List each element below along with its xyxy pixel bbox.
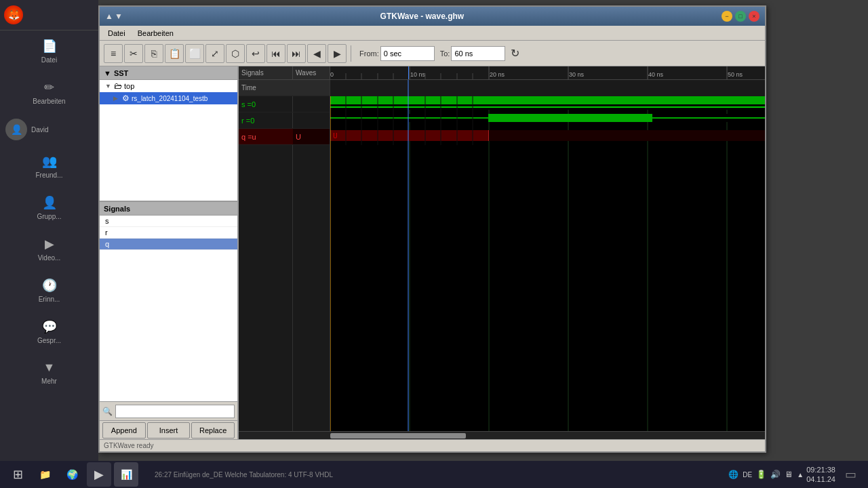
last-button[interactable]: ⏭ <box>287 44 306 63</box>
to-label: To: <box>440 49 450 58</box>
signals-label: Signals <box>104 205 130 213</box>
append-button[interactable]: Append <box>102 422 146 439</box>
zoom-custom-button[interactable]: ⬡ <box>226 44 245 63</box>
next-button[interactable]: ▶ <box>328 44 347 63</box>
gtkwave-toolbar: ≡ ✂ ⎘ 📋 ⬜ ⤢ ⬡ ↩ ⏮ ⏭ ◀ ▶ From: To: ↻ <box>100 41 765 66</box>
toolbar-separator <box>351 45 351 62</box>
sidebar-gespr[interactable]: 💬 Gespr... <box>3 312 96 351</box>
clock-date: 04.11.24 <box>806 474 835 484</box>
tree-item-top[interactable]: ▼ 🗁 top <box>100 80 237 92</box>
wave-overlay-svg <box>330 80 765 431</box>
profile-name: David <box>31 126 49 134</box>
sst-tree[interactable]: ▼ 🗁 top ▶ ⚙ rs_latch_20241104_testb <box>100 80 237 201</box>
clock-time: 09:21:38 <box>806 465 835 474</box>
wave-canvas[interactable]: U <box>330 80 765 431</box>
firefox-sidebar: 🦊 📄 Datei ✏ Bearbeiten 👤 David 👥 Freund.… <box>0 0 98 461</box>
tray-network-icon: 🌐 <box>728 470 738 479</box>
cut-button[interactable]: ✂ <box>124 44 143 63</box>
taskbar-browser-icon[interactable]: 🌍 <box>60 462 84 487</box>
signals-header-label: Signals <box>241 69 264 77</box>
titlebar-nav: ▲ ▼ <box>105 12 123 21</box>
search-icon: 🔍 <box>102 407 113 416</box>
folder-icon: 🗁 <box>114 81 122 91</box>
first-button[interactable]: ⏮ <box>267 44 285 63</box>
zoom-fit-button[interactable]: ⤢ <box>205 44 224 63</box>
sidebar-grupp-label: Grupp... <box>37 213 61 220</box>
hscroll-thumb[interactable] <box>330 433 466 439</box>
bearbeiten-icon: ✏ <box>44 80 54 95</box>
sst-label: SST <box>114 69 128 77</box>
s-value-cell <box>293 96 330 113</box>
tray-audio-icon: 🔊 <box>770 470 781 479</box>
start-menu-button[interactable]: ⊞ <box>5 462 30 487</box>
firefox-header: 🦊 <box>0 0 98 30</box>
sidebar-bearbeiten[interactable]: ✏ Bearbeiten <box>3 73 96 112</box>
signals-search-input[interactable] <box>115 405 235 418</box>
firefox-icon[interactable]: 🦊 <box>4 5 23 24</box>
refresh-button[interactable]: ↻ <box>507 45 523 62</box>
taskbar-status: 26:27 Einfügen de_DE Welche Tabulatoren:… <box>155 471 720 479</box>
select-button[interactable]: ⬜ <box>185 44 204 63</box>
cursor-line-ruler <box>408 66 409 79</box>
sidebar-datei[interactable]: 📄 Datei <box>3 32 96 70</box>
tray-battery-icon: 🔋 <box>756 470 766 479</box>
gtkwave-content: ▼ SST ▼ 🗁 top ▶ ⚙ rs_latch_20241104_test… <box>100 66 765 439</box>
s-name-cell: s =0 <box>239 96 293 113</box>
video-icon: ▶ <box>45 237 54 251</box>
taskbar-terminal-icon[interactable]: ▶ <box>87 462 111 487</box>
freund-icon: 👥 <box>42 154 57 169</box>
title-down-arrow[interactable]: ▼ <box>115 12 123 21</box>
signal-item-q[interactable]: q <box>100 239 237 250</box>
prev-button[interactable]: ◀ <box>307 44 326 63</box>
menu-bearbeiten[interactable]: Bearbeiten <box>132 28 179 39</box>
wave-hscroll[interactable] <box>239 431 765 439</box>
system-tray: 🌐 DE 🔋 🔊 🖥 ▲ <box>728 470 804 479</box>
sidebar-video[interactable]: ▶ Video... <box>3 230 96 268</box>
tray-chevron-icon[interactable]: ▲ <box>797 471 804 479</box>
sidebar-grupp[interactable]: 👤 Grupp... <box>3 188 96 227</box>
maximize-button[interactable]: □ <box>735 11 746 22</box>
replace-button[interactable]: Replace <box>191 422 235 439</box>
q-value-cell: U <box>293 129 330 145</box>
gtkwave-window: ▲ ▼ GTKWave - wave.ghw − □ × Datei Bearb… <box>98 5 766 453</box>
time-name-cell: Time <box>239 80 293 96</box>
s-signal-name: s =0 <box>241 100 256 108</box>
signals-buttons: Append Insert Replace <box>100 420 237 439</box>
datei-icon: 📄 <box>42 39 57 54</box>
signals-list[interactable]: s r q <box>100 216 237 401</box>
sst-header: ▼ SST <box>100 66 237 80</box>
erinne-icon: 🕐 <box>42 278 57 293</box>
tree-label-rslatch: rs_latch_20241104_testb <box>132 95 208 102</box>
waves-area: Signals Waves 0 10 ns 20 ns 30 ns 40 ns … <box>239 66 765 439</box>
minimize-button[interactable]: − <box>722 11 732 22</box>
signal-item-r[interactable]: r <box>100 227 237 239</box>
signal-item-s[interactable]: s <box>100 216 237 227</box>
tree-item-rslatch[interactable]: ▶ ⚙ rs_latch_20241104_testb <box>100 92 237 104</box>
title-up-arrow[interactable]: ▲ <box>105 12 113 21</box>
undo-button[interactable]: ↩ <box>246 44 265 63</box>
sst-pane: ▼ SST ▼ 🗁 top ▶ ⚙ rs_latch_20241104_test… <box>100 66 237 202</box>
avatar[interactable]: 👤 <box>5 119 27 140</box>
sidebar-video-label: Video... <box>38 254 61 262</box>
to-input[interactable] <box>451 46 505 61</box>
gtkwave-titlebar: ▲ ▼ GTKWave - wave.ghw − □ × <box>100 7 765 26</box>
sidebar-gespr-label: Gespr... <box>37 337 61 344</box>
insert-button[interactable]: Insert <box>147 422 191 439</box>
close-button[interactable]: × <box>749 11 760 22</box>
from-label: From: <box>359 49 379 58</box>
gespr-icon: 💬 <box>42 319 57 334</box>
sst-collapse-arrow[interactable]: ▼ <box>104 69 111 77</box>
sidebar-mehr[interactable]: ▼ Mehr <box>3 354 96 392</box>
waves-column-header: Waves <box>293 66 330 79</box>
hamburger-menu-button[interactable]: ≡ <box>104 44 123 63</box>
show-desktop-button[interactable]: ▭ <box>838 462 863 487</box>
from-input[interactable] <box>380 46 435 61</box>
taskbar-gtkwave-icon[interactable]: 📊 <box>114 462 138 487</box>
taskbar-files-icon[interactable]: 📁 <box>33 462 57 487</box>
paste-button[interactable]: 📋 <box>165 44 184 63</box>
sidebar-freund[interactable]: 👥 Freund... <box>3 147 96 186</box>
menu-datei[interactable]: Datei <box>102 28 131 39</box>
copy-button[interactable]: ⎘ <box>144 44 163 63</box>
tree-arrow-rslatch: ▶ <box>113 95 120 102</box>
sidebar-erinne[interactable]: 🕐 Erinn... <box>3 271 96 310</box>
